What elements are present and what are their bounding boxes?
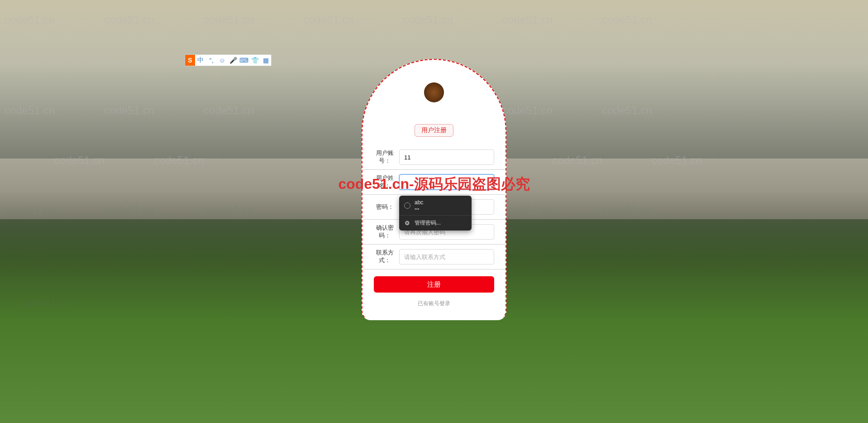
ime-skin-icon[interactable]: 👕 <box>249 55 260 66</box>
autofill-manage-label: 管理密码... <box>415 219 467 227</box>
autofill-password-dots: ••• <box>415 207 467 212</box>
registration-card: 用户注册 用户账号： 用户姓名： 密码： abc ••• <box>362 59 506 320</box>
username-label: 用户账号： <box>374 149 396 165</box>
ime-emoji-icon[interactable]: ☺ <box>217 55 228 66</box>
ime-logo-icon[interactable]: S <box>185 55 195 66</box>
autofill-entry[interactable]: abc ••• <box>399 196 472 215</box>
ime-keyboard-icon[interactable]: ⌨ <box>238 55 249 66</box>
avatar <box>424 82 444 102</box>
login-link-row: 已有账号登录 <box>362 296 506 310</box>
realname-input[interactable] <box>399 174 494 190</box>
row-password: 密码： abc ••• ⚙ 管理密码... <box>362 195 506 220</box>
gear-icon: ⚙ <box>404 220 411 227</box>
autofill-manage[interactable]: ⚙ 管理密码... <box>399 215 472 231</box>
row-contact: 联系方式： <box>362 245 506 269</box>
register-button[interactable]: 注册 <box>374 276 494 293</box>
watermark: code51.cn <box>502 204 553 216</box>
ime-voice-icon[interactable]: 🎤 <box>228 55 238 66</box>
tab-header: 用户注册 <box>362 124 506 137</box>
contact-input[interactable] <box>399 249 494 264</box>
password-label: 密码： <box>374 203 396 211</box>
confirm-password-label: 确认密码： <box>374 224 396 240</box>
ime-toolbar[interactable]: S 中 °, ☺ 🎤 ⌨ 👕 ▦ <box>185 54 272 66</box>
realname-label: 用户姓名： <box>374 174 396 190</box>
ime-punct-icon[interactable]: °, <box>206 55 217 66</box>
contact-label: 联系方式： <box>374 249 396 264</box>
ime-lang-toggle[interactable]: 中 <box>195 55 206 66</box>
watermark: code51.cn <box>602 204 652 216</box>
watermark: code51.cn <box>5 204 55 216</box>
password-autofill-popup: abc ••• ⚙ 管理密码... <box>399 196 472 231</box>
tab-register[interactable]: 用户注册 <box>415 124 453 137</box>
globe-icon <box>404 202 411 209</box>
login-link[interactable]: 已有账号登录 <box>418 300 450 307</box>
ime-tool-icon[interactable]: ▦ <box>260 55 271 66</box>
username-input[interactable] <box>399 149 494 165</box>
watermark: code51.cn <box>104 204 154 216</box>
row-username: 用户账号： <box>362 145 506 170</box>
watermark: code51.cn <box>204 204 254 216</box>
submit-row: 注册 <box>362 269 506 296</box>
row-realname: 用户姓名： <box>362 170 506 195</box>
autofill-username: abc <box>415 199 467 206</box>
